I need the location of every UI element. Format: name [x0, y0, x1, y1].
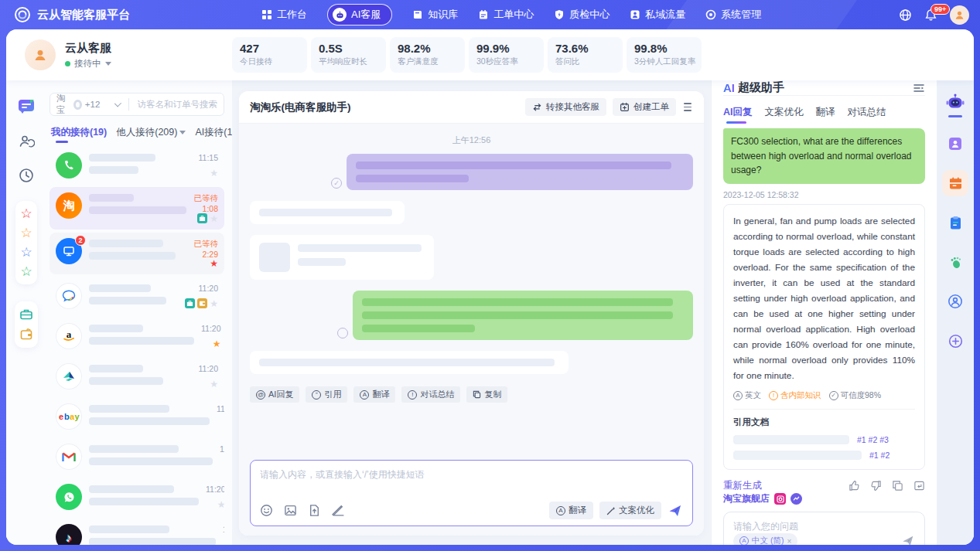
ai-question-input[interactable]: 请输入您的问题: [733, 520, 915, 533]
citation-links[interactable]: #1 #2: [869, 451, 890, 460]
agent-circle-rail-item[interactable]: [942, 288, 968, 315]
copy-chip[interactable]: 复制: [466, 386, 507, 403]
star-blue-icon[interactable]: ☆: [20, 246, 32, 259]
nav-ai-service[interactable]: AI客服: [327, 4, 392, 26]
star-icon[interactable]: ★: [213, 339, 221, 349]
tab-my-sessions[interactable]: 我的接待(19): [51, 126, 107, 139]
optimize-copy-button[interactable]: 文案优化: [599, 502, 661, 519]
skeleton-line: [89, 417, 210, 425]
history-icon[interactable]: [18, 167, 35, 184]
send-button[interactable]: [668, 503, 683, 519]
star-icon[interactable]: ★: [210, 299, 218, 308]
list-item[interactable]: 淘 已等待1:08 ★: [50, 187, 224, 230]
info-icon: !: [769, 391, 778, 400]
create-ticket-button[interactable]: 创建工单: [613, 98, 676, 116]
pen-icon[interactable]: [332, 504, 345, 517]
chip-label: 中文 (简): [752, 536, 784, 545]
quote-chip[interactable]: ”引用: [306, 386, 347, 403]
image-icon[interactable]: [284, 504, 297, 517]
nav-system-admin[interactable]: 系统管理: [705, 8, 761, 22]
ai-assistant-rail-item[interactable]: [945, 93, 965, 117]
star-icon[interactable]: ★: [210, 259, 218, 268]
wallet-icon[interactable]: [19, 328, 33, 342]
skeleton-line: [89, 498, 199, 505]
list-item[interactable]: 11:20★: [50, 478, 224, 515]
star-icon[interactable]: ★: [210, 379, 218, 389]
insert-icon[interactable]: [913, 480, 925, 491]
remove-icon[interactable]: ×: [787, 537, 791, 545]
shop-name[interactable]: 淘宝旗舰店: [723, 492, 770, 505]
star-icon[interactable]: ★: [210, 214, 218, 223]
nav-label: AI客服: [351, 8, 381, 22]
skeleton-line: [89, 445, 179, 453]
agent-status-dropdown[interactable]: 接待中: [65, 58, 111, 70]
message-composer[interactable]: 请输入内容，或直接输入‘/’使用快捷短语 A翻译 文案优化: [250, 460, 693, 526]
list-item[interactable]: ♪ 11:20★: [50, 519, 224, 545]
citation-links[interactable]: #1 #2 #3: [857, 435, 889, 444]
ai-reply-chip[interactable]: @AI回复: [250, 386, 299, 403]
list-item[interactable]: 11:20★: [50, 358, 224, 395]
list-item[interactable]: 2 已等待2:29★: [50, 233, 224, 274]
gear-icon: [705, 9, 716, 20]
order-badge-icon: [185, 298, 195, 308]
skeleton-line: [259, 359, 555, 366]
user-avatar[interactable]: [950, 5, 969, 25]
collapse-panel-icon[interactable]: [913, 82, 925, 94]
star-icon[interactable]: ★: [210, 168, 218, 178]
regenerate-button[interactable]: 重新生成: [723, 479, 762, 492]
list-item[interactable]: 11:20 ★: [50, 277, 224, 315]
messenger-icon[interactable]: [790, 493, 802, 505]
add-rail-item[interactable]: [942, 328, 968, 354]
skeleton-line: [89, 365, 143, 372]
footprint-rail-item[interactable]: [942, 249, 968, 275]
language-chip[interactable]: A 中文 (简) ×: [733, 533, 797, 545]
transfer-visitors-icon[interactable]: [18, 133, 35, 150]
contact-card-rail-item[interactable]: [942, 131, 968, 157]
globe-icon[interactable]: [899, 9, 912, 22]
skeleton-line: [89, 538, 216, 545]
channel-select[interactable]: 淘宝 +12: [56, 93, 100, 116]
transfer-agent-button[interactable]: 转接其他客服: [525, 98, 606, 116]
nav-qa-center[interactable]: 质检中心: [554, 8, 610, 22]
ai-send-button[interactable]: [901, 534, 915, 545]
nav-knowledge-base[interactable]: 知识库: [412, 8, 458, 22]
nav-workbench[interactable]: 工作台: [261, 8, 307, 22]
schedule-rail-item[interactable]: [942, 170, 968, 196]
ai-question-box[interactable]: 请输入您的问题 A 中文 (简) ×: [723, 512, 925, 545]
tab-ai-sessions[interactable]: AI接待(1908): [195, 126, 232, 139]
message-input[interactable]: 请输入内容，或直接输入‘/’使用快捷短语: [260, 468, 683, 481]
list-item[interactable]: ebay 11:20★: [50, 398, 224, 435]
tab-summary[interactable]: 对话总结: [848, 106, 886, 119]
star-orange-icon[interactable]: ☆: [20, 226, 32, 240]
more-icon[interactable]: [682, 100, 693, 114]
clipboard-icon: [948, 215, 964, 231]
chat-sessions-icon[interactable]: [17, 97, 36, 116]
instagram-icon[interactable]: [774, 493, 786, 505]
search-input[interactable]: 访客名和订单号搜索: [138, 99, 218, 111]
tab-translate[interactable]: 翻译: [816, 106, 835, 119]
tab-copy-optimize[interactable]: 文案优化: [765, 106, 804, 119]
translate-button[interactable]: A翻译: [549, 502, 593, 519]
copy-icon[interactable]: [892, 480, 903, 491]
nav-ticket-center[interactable]: 工单中心: [478, 8, 534, 22]
list-item[interactable]: 11:15★: [50, 147, 224, 184]
notifications[interactable]: 99+: [924, 9, 937, 22]
summary-chip[interactable]: !对话总结: [401, 386, 460, 403]
star-red-icon[interactable]: ☆: [20, 207, 32, 220]
thumbs-up-icon[interactable]: [849, 480, 860, 491]
thumbs-down-icon[interactable]: [870, 480, 882, 491]
emoji-icon[interactable]: [260, 504, 273, 517]
tab-ai-reply[interactable]: AI回复: [723, 106, 753, 119]
translate-chip[interactable]: A翻译: [353, 386, 395, 403]
list-item[interactable]: 11:20★: [50, 438, 224, 475]
plus-circle-icon: [948, 333, 964, 349]
list-item[interactable]: a 11:20★: [50, 318, 224, 355]
star-icon[interactable]: ★: [217, 500, 224, 509]
conversation-card: 淘淘乐(电商客服助手) 转接其他客服 创建工单 上午: [239, 91, 704, 536]
clipboard-rail-item[interactable]: [942, 209, 968, 236]
star-green-icon[interactable]: ☆: [20, 265, 32, 278]
briefcase-icon[interactable]: [19, 308, 33, 321]
file-icon[interactable]: [308, 504, 321, 517]
tab-others-sessions[interactable]: 他人接待(209): [116, 126, 186, 139]
nav-private-traffic[interactable]: 私域流量: [630, 8, 685, 22]
